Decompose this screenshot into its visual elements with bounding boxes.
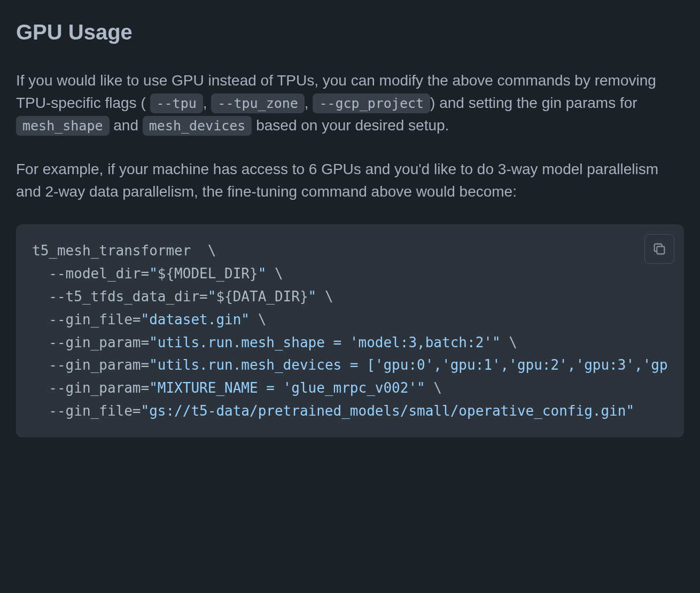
inline-code-mesh-shape: mesh_shape xyxy=(16,116,110,136)
code-str: "utils.run.mesh_shape = 'model:3,batch:2… xyxy=(149,334,500,350)
code-line: \ xyxy=(316,288,333,305)
code-line: --t5_tfds_data_dir= xyxy=(32,288,208,305)
code-line: \ xyxy=(266,266,283,282)
code-str: " xyxy=(208,288,216,305)
p1-text: and xyxy=(110,117,143,134)
code-line: \ xyxy=(425,380,442,396)
code-line: --gin_param= xyxy=(32,357,149,373)
code-line: t5_mesh_transformer \ xyxy=(32,243,216,259)
code-line: --gin_param= xyxy=(32,334,149,350)
inline-code-tpu-zone: --tpu_zone xyxy=(211,93,305,113)
inline-code-tpu: --tpu xyxy=(150,93,203,113)
section-heading: GPU Usage xyxy=(16,16,684,53)
code-content: t5_mesh_transformer \ --model_dir="${MOD… xyxy=(32,239,668,423)
intro-paragraph: If you would like to use GPU instead of … xyxy=(16,69,684,137)
code-str: "dataset.gin" xyxy=(141,311,250,327)
code-line: \ xyxy=(501,334,517,350)
p1-text: ) and setting the gin params for xyxy=(430,95,637,111)
svg-rect-0 xyxy=(657,246,664,254)
code-str: "MIXTURE_NAME = 'glue_mrpc_v002'" xyxy=(149,380,425,396)
code-str: " xyxy=(258,266,267,282)
inline-code-mesh-devices: mesh_devices xyxy=(143,116,252,136)
code-block: t5_mesh_transformer \ --model_dir="${MOD… xyxy=(16,224,684,438)
code-var: ${DATA_DIR} xyxy=(216,288,308,305)
sep: , xyxy=(305,95,313,111)
copy-icon xyxy=(652,241,667,256)
code-str: " xyxy=(308,288,317,305)
copy-button[interactable] xyxy=(644,234,674,264)
inline-code-gcp-project: --gcp_project xyxy=(313,93,430,113)
code-line: --model_dir= xyxy=(32,266,149,282)
example-paragraph: For example, if your machine has access … xyxy=(16,158,684,203)
code-var: ${MODEL_DIR} xyxy=(158,266,258,282)
p1-text: based on your desired setup. xyxy=(252,117,449,134)
code-str: "gs://t5-data/pretrained_models/small/op… xyxy=(141,403,635,419)
code-line: \ xyxy=(250,311,266,327)
code-str: " xyxy=(149,266,158,282)
sep: , xyxy=(203,95,212,111)
code-line: --gin_param= xyxy=(32,380,149,396)
code-line: --gin_file= xyxy=(32,311,141,327)
code-line: --gin_file= xyxy=(32,403,141,419)
code-str: "utils.run.mesh_devices = ['gpu:0','gpu:… xyxy=(149,357,668,373)
